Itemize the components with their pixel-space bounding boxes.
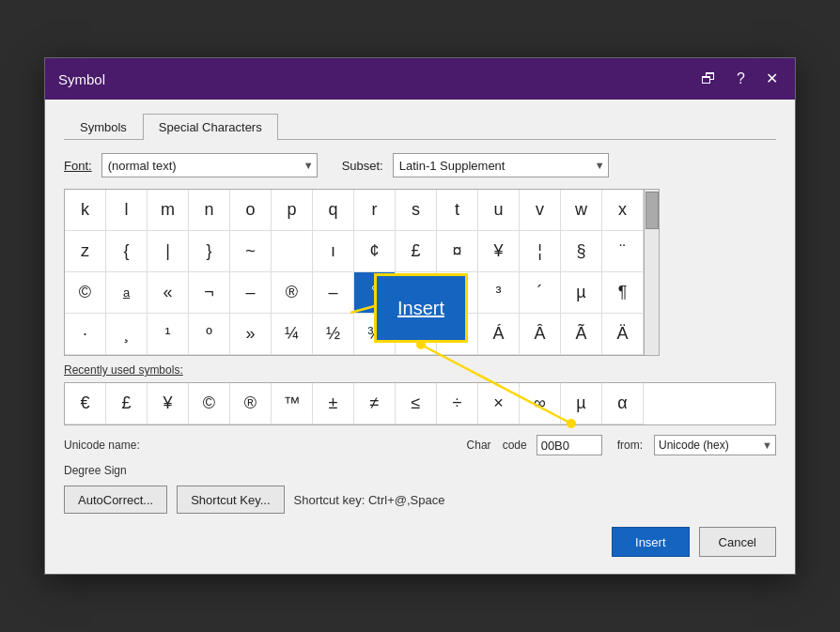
sym-sup1[interactable]: ¹ <box>148 314 189 355</box>
subset-select[interactable]: Latin-1 Supplement <box>393 153 609 177</box>
insert-popup: Insert <box>374 273 468 343</box>
recent-alpha[interactable]: α <box>602 383 644 424</box>
font-select-wrapper: (normal text) ▼ <box>101 153 318 177</box>
dialog-title: Symbol <box>58 71 105 87</box>
recent-grid: € £ ¥ © ® ™ ± ≠ ≤ ÷ × ∞ µ α <box>64 382 776 425</box>
recent-yen[interactable]: ¥ <box>148 383 189 424</box>
recent-times[interactable]: × <box>478 383 520 424</box>
sym-cedilla[interactable]: ¸ <box>106 314 148 355</box>
font-label: Font: <box>64 159 92 173</box>
sym-sup3[interactable]: ³ <box>478 272 520 314</box>
unicode-section: Unicode name: Char code from: Unicode (h… <box>64 435 776 478</box>
sym-guillemet-l[interactable]: « <box>148 272 189 314</box>
char-code-input[interactable] <box>537 435 602 455</box>
recent-registered[interactable]: ® <box>230 383 272 424</box>
sym-A-circ[interactable]: Â <box>520 314 561 355</box>
sym-frac12[interactable]: ½ <box>313 314 354 355</box>
recent-grid-inner: € £ ¥ © ® ™ ± ≠ ≤ ÷ × ∞ µ α <box>65 383 644 424</box>
sym-u[interactable]: u <box>478 190 520 231</box>
action-buttons: Insert Cancel <box>64 527 776 557</box>
sym-tilde[interactable]: ~ <box>230 231 272 272</box>
recent-infinity[interactable]: ∞ <box>520 383 561 424</box>
sym-lbrace[interactable]: { <box>106 231 148 272</box>
sym-o[interactable]: o <box>230 190 272 231</box>
sym-rbrace[interactable]: } <box>189 231 230 272</box>
sym-broken-bar[interactable]: ¦ <box>520 231 561 272</box>
sym-guillemet-r[interactable]: » <box>230 314 272 355</box>
recent-pound[interactable]: £ <box>106 383 148 424</box>
sym-pilcrow[interactable]: ¶ <box>602 272 644 314</box>
sym-diaeresis[interactable]: ¨ <box>602 231 644 272</box>
font-select[interactable]: (normal text) <box>101 153 318 177</box>
cancel-button[interactable]: Cancel <box>699 527 776 557</box>
recent-tm[interactable]: ™ <box>272 383 313 424</box>
recent-mu[interactable]: µ <box>561 383 602 424</box>
sym-pound[interactable]: £ <box>396 231 437 272</box>
close-button[interactable]: ✕ <box>762 69 782 88</box>
sym-z[interactable]: z <box>65 231 106 272</box>
recent-copyright[interactable]: © <box>189 383 230 424</box>
unicode-name-value: Degree Sign <box>64 464 127 477</box>
sym-yen[interactable]: ¥ <box>478 231 520 272</box>
sym-middle-dot[interactable]: · <box>65 314 106 355</box>
scrollbar[interactable] <box>645 189 660 356</box>
bottom-buttons-row: AutoCorrect... Shortcut Key... Shortcut … <box>64 486 776 514</box>
sym-x[interactable]: x <box>602 190 644 231</box>
sym-a-underline[interactable]: a <box>106 272 148 314</box>
char-code-separator: code <box>503 439 527 452</box>
sym-space1[interactable] <box>272 231 313 272</box>
insert-popup-container: Insert <box>374 273 468 343</box>
tab-special-characters[interactable]: Special Characters <box>143 114 278 140</box>
sym-A-diaer[interactable]: Ä <box>602 314 644 355</box>
autocorrect-button[interactable]: AutoCorrect... <box>64 486 167 514</box>
recent-divide[interactable]: ÷ <box>437 383 478 424</box>
insert-popup-text: Insert <box>397 298 444 319</box>
sym-soft-hyphen[interactable]: – <box>230 272 272 314</box>
restore-button[interactable]: 🗗 <box>697 69 720 88</box>
shortcut-key-button[interactable]: Shortcut Key... <box>177 486 284 514</box>
recent-leq[interactable]: ≤ <box>396 383 437 424</box>
recent-plusminus[interactable]: ± <box>313 383 354 424</box>
sym-w[interactable]: w <box>561 190 602 231</box>
sym-A-tilde[interactable]: Ã <box>561 314 602 355</box>
sym-l[interactable]: l <box>106 190 148 231</box>
sym-currency[interactable]: ¤ <box>437 231 478 272</box>
sym-section[interactable]: § <box>561 231 602 272</box>
sym-A-acute[interactable]: Á <box>478 314 520 355</box>
unicode-name-label: Unicode name: <box>64 439 140 452</box>
sym-dotless-i[interactable]: ı <box>313 231 354 272</box>
sym-ordm[interactable]: º <box>189 314 230 355</box>
sym-r[interactable]: r <box>354 190 396 231</box>
sym-not[interactable]: ¬ <box>189 272 230 314</box>
sym-q[interactable]: q <box>313 190 354 231</box>
symbol-grid: k l m n o p q r s t u v w x z { <box>64 189 645 356</box>
from-label: from: <box>617 439 643 452</box>
sym-n[interactable]: n <box>189 190 230 231</box>
sym-v[interactable]: v <box>520 190 561 231</box>
sym-mu[interactable]: µ <box>561 272 602 314</box>
sym-t[interactable]: t <box>437 190 478 231</box>
recent-euro[interactable]: € <box>65 383 106 424</box>
insert-button[interactable]: Insert <box>612 527 690 557</box>
recently-used-label: Recently used symbols: <box>64 363 776 377</box>
unicode-name-value-row: Degree Sign <box>64 461 776 478</box>
sym-frac14[interactable]: ¼ <box>272 314 313 355</box>
sym-cent[interactable]: ¢ <box>354 231 396 272</box>
scrollbar-thumb[interactable] <box>646 192 659 229</box>
recent-notequal[interactable]: ≠ <box>354 383 396 424</box>
tab-symbols[interactable]: Symbols <box>64 114 143 140</box>
sym-p[interactable]: p <box>272 190 313 231</box>
sym-acute[interactable]: ´ <box>520 272 561 314</box>
sym-macron[interactable]: – <box>313 272 354 314</box>
sym-registered[interactable]: ® <box>272 272 313 314</box>
sym-pipe[interactable]: | <box>148 231 189 272</box>
sym-m[interactable]: m <box>148 190 189 231</box>
tabs: Symbols Special Characters <box>64 113 776 140</box>
help-button[interactable]: ? <box>733 69 749 88</box>
sym-k[interactable]: k <box>65 190 106 231</box>
title-bar-controls: 🗗 ? ✕ <box>697 69 782 88</box>
unicode-name-row: Unicode name: Char code from: Unicode (h… <box>64 435 776 455</box>
sym-s[interactable]: s <box>396 190 437 231</box>
sym-copyright[interactable]: © <box>65 272 106 314</box>
from-select[interactable]: Unicode (hex) <box>654 435 776 455</box>
